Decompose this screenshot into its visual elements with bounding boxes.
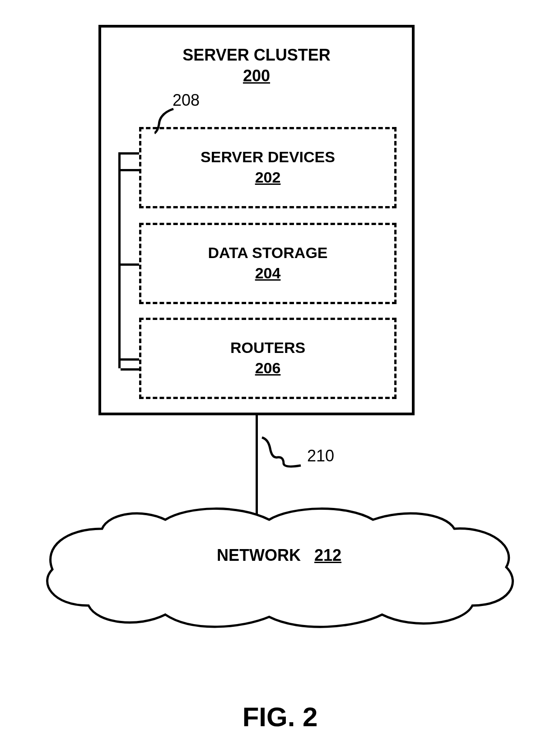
routers-box: ROUTERS 206 (139, 318, 397, 399)
network-label: NETWORK 212 (39, 546, 519, 565)
bus-stub-2 (118, 263, 139, 266)
network-cloud-icon (39, 502, 519, 628)
bus-line (118, 152, 121, 368)
box-ref: 202 (141, 169, 394, 186)
server-devices-box: SERVER DEVICES 202 (139, 127, 397, 208)
ref-210: 210 (307, 446, 334, 465)
figure-label: FIG. 2 (0, 701, 560, 733)
bus-cap-top (121, 152, 139, 155)
lead-line-210 (261, 437, 303, 472)
cluster-title: SERVER CLUSTER (101, 46, 412, 65)
bus-stub-1 (118, 169, 139, 171)
network-ref: 212 (314, 546, 341, 564)
box-title: DATA STORAGE (141, 244, 394, 262)
box-ref: 204 (141, 264, 394, 282)
ref-208: 208 (173, 91, 200, 110)
bus-stub-3 (118, 358, 139, 361)
cluster-ref: 200 (101, 66, 412, 85)
network-label-text: NETWORK (217, 546, 301, 564)
box-title: SERVER DEVICES (141, 148, 394, 166)
box-ref: 206 (141, 359, 394, 377)
box-title: ROUTERS (141, 339, 394, 357)
server-cluster-box: SERVER CLUSTER 200 208 SERVER DEVICES 20… (98, 25, 415, 415)
data-storage-box: DATA STORAGE 204 (139, 223, 397, 304)
bus-cap-bottom (121, 368, 139, 371)
